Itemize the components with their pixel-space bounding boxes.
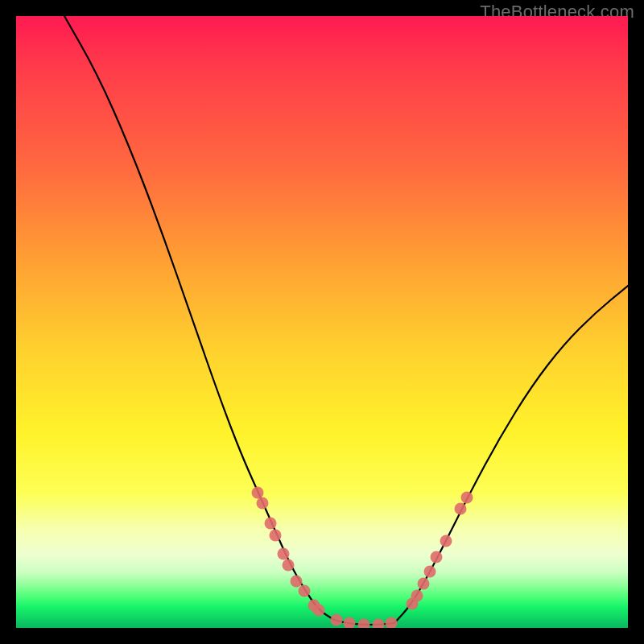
data-marker bbox=[386, 617, 398, 629]
data-marker bbox=[270, 530, 282, 542]
data-marker bbox=[461, 492, 473, 504]
data-marker bbox=[252, 487, 264, 499]
data-marker bbox=[455, 503, 467, 515]
data-marker bbox=[291, 576, 303, 588]
data-marker bbox=[440, 535, 452, 547]
data-marker bbox=[283, 559, 295, 572]
data-marker bbox=[344, 617, 356, 629]
data-marker bbox=[418, 578, 430, 590]
data-marker bbox=[265, 518, 277, 530]
data-marker bbox=[257, 497, 269, 510]
data-marker bbox=[424, 566, 436, 578]
data-marker bbox=[278, 548, 290, 560]
bottleneck-curve bbox=[64, 16, 628, 625]
markers-group bbox=[252, 487, 473, 629]
chart-svg bbox=[16, 16, 628, 628]
data-marker bbox=[313, 605, 325, 617]
data-marker bbox=[411, 590, 423, 602]
data-marker bbox=[299, 585, 311, 597]
curve-group bbox=[64, 16, 628, 625]
data-marker bbox=[331, 614, 343, 626]
data-marker bbox=[358, 619, 370, 629]
data-marker bbox=[431, 551, 443, 564]
outer-frame: TheBottleneck.com bbox=[0, 0, 644, 644]
plot-area bbox=[16, 16, 628, 628]
data-marker bbox=[373, 619, 385, 629]
